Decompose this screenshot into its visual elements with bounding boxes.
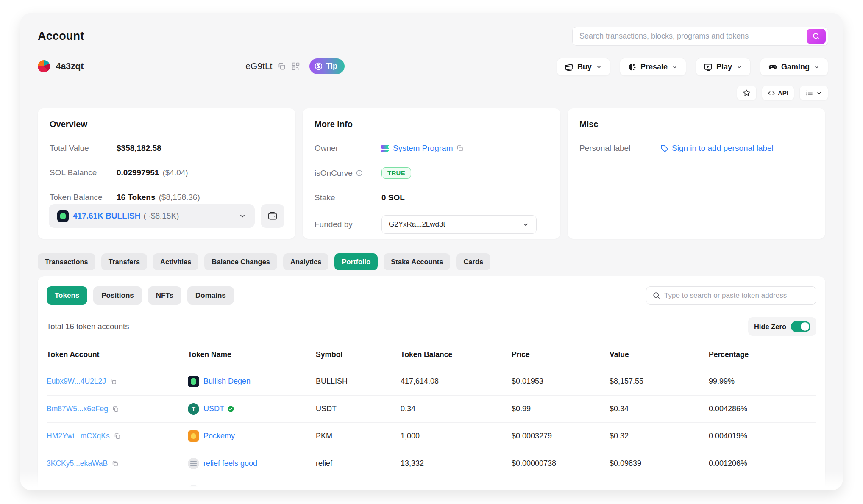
api-label: API xyxy=(778,89,788,97)
chevron-down-icon xyxy=(813,64,820,70)
token-holdings-dropdown[interactable]: 417.61K BULLISH (~$8.15K) xyxy=(49,204,255,228)
token-account-link[interactable]: Bm87W5...x6eFeg xyxy=(47,404,108,413)
token-percentage: 99.99% xyxy=(709,377,816,386)
presale-label: Presale xyxy=(640,63,668,72)
copy-icon[interactable] xyxy=(112,405,119,413)
col-token-name: Token Name xyxy=(188,350,316,359)
token-search-input[interactable] xyxy=(664,291,810,300)
total-value: $358,182.58 xyxy=(117,144,161,153)
wallet-icon xyxy=(267,211,278,221)
more-info-title: More info xyxy=(315,119,548,129)
copy-address-icon[interactable] xyxy=(277,62,286,71)
buy-label: Buy xyxy=(577,63,592,72)
token-symbol: USDT xyxy=(316,404,401,413)
gamepad-icon xyxy=(768,62,777,72)
sign-in-label-link[interactable]: Sign in to add personal label xyxy=(672,144,774,153)
copy-owner-icon[interactable] xyxy=(456,144,464,152)
token-table: Token Account Token Name Symbol Token Ba… xyxy=(47,350,816,490)
col-percentage: Percentage xyxy=(709,350,816,359)
tab-transfers[interactable]: Transfers xyxy=(101,253,147,270)
token-name-link[interactable]: Bullish Degen xyxy=(203,377,251,386)
token-account-link[interactable]: 6mkwEa...WLFk4M xyxy=(47,486,111,490)
header-nav-buttons: Buy Presale Play Gaming xyxy=(557,58,828,76)
col-token-account: Token Account xyxy=(47,350,188,359)
token-balance: 13,332 xyxy=(401,459,512,468)
token-symbol: BULLISH xyxy=(316,377,401,386)
address-short: eG9tLt xyxy=(245,61,272,71)
tab-stake-accounts[interactable]: Stake Accounts xyxy=(384,253,450,270)
play-label: Play xyxy=(716,63,732,72)
owner-link[interactable]: System Program xyxy=(393,144,453,153)
list-menu-button[interactable] xyxy=(799,86,828,100)
owner-label: Owner xyxy=(315,144,381,153)
copy-icon[interactable] xyxy=(110,378,117,385)
token-symbol: HEDGE xyxy=(316,486,401,490)
more-info-card: More info Owner System Program isOnCurve… xyxy=(303,108,560,239)
token-holdings-usd: (~$8.15K) xyxy=(143,211,179,221)
token-balance: 0.34 xyxy=(401,404,512,413)
subtab-nfts[interactable]: NFTs xyxy=(148,286,181,305)
global-search-input[interactable] xyxy=(579,32,807,41)
funded-by-dropdown[interactable]: G2YxRa...2Lwd3t xyxy=(381,215,537,234)
code-icon xyxy=(768,89,775,97)
token-name-link[interactable]: Pockemy xyxy=(203,432,235,440)
token-balance: 16 Tokens xyxy=(117,193,156,202)
table-row: Bm87W5...x6eFeg T USDT USDT 0.34 $0.99 $… xyxy=(47,395,816,423)
token-percentage: 0.004019% xyxy=(709,432,816,440)
info-cards-row: Overview Total Value $358,182.58 SOL Bal… xyxy=(38,108,825,239)
col-value: Value xyxy=(610,350,709,359)
pockemy-token-icon xyxy=(188,430,199,442)
token-name-link[interactable]: USDT xyxy=(203,404,224,413)
wallet-button[interactable] xyxy=(261,204,284,228)
solana-logo-icon xyxy=(381,145,389,152)
tab-activities[interactable]: Activities xyxy=(153,253,198,270)
portfolio-subtabs: Tokens Positions NFTs Domains xyxy=(47,286,816,305)
api-button[interactable]: API xyxy=(762,86,794,100)
token-name-link[interactable]: relief feels good xyxy=(203,459,257,468)
tag-icon xyxy=(660,144,668,152)
account-avatar xyxy=(38,60,50,72)
token-account-link[interactable]: 3KCKy5...ekaWaB xyxy=(47,459,108,468)
hide-zero-control: Hide Zero xyxy=(748,317,816,336)
token-account-link[interactable]: HM2Ywi...mCXqKs xyxy=(47,432,110,440)
tab-portfolio[interactable]: Portfolio xyxy=(334,253,378,270)
token-value: $0.34 xyxy=(610,404,709,413)
overview-title: Overview xyxy=(50,119,284,129)
copy-icon[interactable] xyxy=(111,460,119,467)
token-balance: 111 xyxy=(401,486,512,490)
token-percentage: 0.001206% xyxy=(709,459,816,468)
stake-value: 0 SOL xyxy=(381,193,405,202)
gaming-label: Gaming xyxy=(781,63,810,72)
copy-icon[interactable] xyxy=(114,432,121,440)
total-value-label: Total Value xyxy=(50,144,117,153)
token-price: $0.01953 xyxy=(512,377,610,386)
sol-balance: 0.02997951 xyxy=(117,168,159,177)
hide-zero-toggle[interactable] xyxy=(791,321,810,332)
table-row: HM2Ywi...mCXqKs Pockemy PKM 1,000 $0.000… xyxy=(47,422,816,450)
qr-code-icon[interactable] xyxy=(291,62,300,71)
search-submit-button[interactable] xyxy=(807,29,826,44)
presale-button[interactable]: Presale xyxy=(620,58,686,76)
tab-transactions[interactable]: Transactions xyxy=(38,253,95,270)
copy-icon[interactable] xyxy=(115,487,122,490)
gaming-button[interactable]: Gaming xyxy=(760,58,828,76)
misc-card: Misc Personal label Sign in to add perso… xyxy=(568,108,825,239)
chevron-down-icon xyxy=(816,90,822,96)
tab-cards[interactable]: Cards xyxy=(456,253,490,270)
search-icon xyxy=(652,291,660,299)
subtab-domains[interactable]: Domains xyxy=(187,286,234,305)
tab-analytics[interactable]: Analytics xyxy=(283,253,328,270)
token-account-link[interactable]: Eubx9W...4U2L2J xyxy=(47,377,106,386)
tip-button[interactable]: Tip xyxy=(309,58,345,74)
tab-balance-changes[interactable]: Balance Changes xyxy=(204,253,277,270)
token-name-link[interactable]: HEDGE xyxy=(203,486,231,490)
play-button[interactable]: Play xyxy=(696,58,751,76)
subtab-positions[interactable]: Positions xyxy=(93,286,142,305)
favorite-button[interactable] xyxy=(737,86,757,100)
table-row: Eubx9W...4U2L2J Bullish Degen BULLISH 41… xyxy=(47,368,816,395)
funded-by-value: G2YxRa...2Lwd3t xyxy=(389,220,445,229)
table-meta-row: Total 16 token accounts Hide Zero xyxy=(47,317,816,336)
buy-button[interactable]: Buy xyxy=(557,58,610,76)
subtab-tokens[interactable]: Tokens xyxy=(47,286,87,305)
tip-label: Tip xyxy=(326,62,337,71)
